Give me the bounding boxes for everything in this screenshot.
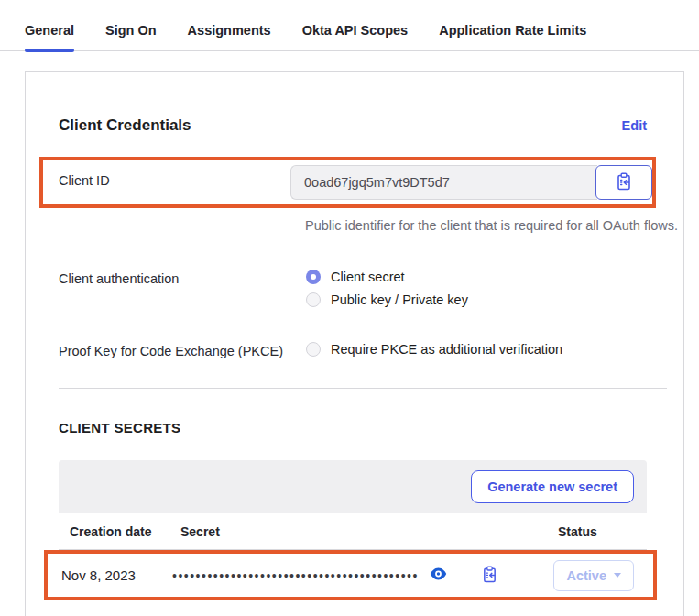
section-divider (59, 388, 667, 389)
masked-secret-value: ••••••••••••••••••••••••••••••••••••••••… (172, 568, 419, 583)
clipboard-copy-icon (616, 172, 632, 193)
client-authentication-label: Client authentication (59, 263, 306, 286)
table-row: Nov 8, 2023 ••••••••••••••••••••••••••••… (48, 554, 653, 597)
client-secrets-toolbar: Generate new secret (59, 460, 647, 513)
pkce-label: Proof Key for Code Exchange (PKCE) (59, 336, 306, 358)
client-authentication-row: Client authentication Client secret Publ… (59, 263, 647, 307)
eye-icon (430, 567, 447, 583)
column-header-creation-date: Creation date (70, 524, 180, 539)
tab-general[interactable]: General (25, 23, 74, 50)
copy-client-id-button[interactable] (595, 165, 652, 200)
radio-unselected-icon[interactable] (306, 292, 321, 307)
client-id-input-group (290, 165, 652, 200)
client-credentials-header: Client Credentials Edit (59, 116, 647, 135)
tab-okta-api-scopes[interactable]: Okta API Scopes (302, 23, 409, 50)
client-id-label: Client ID (59, 165, 290, 188)
edit-link[interactable]: Edit (622, 118, 647, 133)
copy-secret-button[interactable] (480, 564, 499, 588)
app-tab-bar: General Sign On Assignments Okta API Sco… (0, 0, 699, 51)
column-header-status: Status (558, 524, 647, 539)
general-settings-card: Client Credentials Edit Client ID (25, 72, 684, 616)
secrets-table-header: Creation date Secret Status (59, 513, 647, 550)
client-secrets-title: CLIENT SECRETS (59, 420, 647, 435)
secret-creation-date: Nov 8, 2023 (61, 567, 172, 583)
highlight-box-client-id: Client ID (39, 157, 656, 208)
radio-public-private-key-label: Public key / Private key (331, 292, 468, 307)
tab-assignments[interactable]: Assignments (188, 23, 271, 50)
status-dropdown[interactable]: Active (553, 560, 634, 591)
pkce-checkbox-icon[interactable] (306, 342, 321, 357)
column-header-secret: Secret (180, 524, 558, 539)
client-id-input[interactable] (290, 165, 597, 200)
radio-client-secret-label: Client secret (331, 270, 405, 284)
client-credentials-title: Client Credentials (59, 116, 191, 135)
client-id-row: Client ID (59, 165, 652, 200)
tab-sign-on[interactable]: Sign On (105, 23, 157, 50)
highlight-box-secret-row: Nov 8, 2023 ••••••••••••••••••••••••••••… (44, 550, 657, 600)
radio-client-secret[interactable]: Client secret (306, 270, 468, 284)
reveal-secret-button[interactable] (428, 566, 449, 585)
tab-application-rate-limits[interactable]: Application Rate Limits (439, 23, 586, 50)
status-label: Active (566, 568, 606, 583)
radio-public-private-key[interactable]: Public key / Private key (306, 292, 468, 307)
client-authentication-options: Client secret Public key / Private key (306, 263, 468, 307)
pkce-checkbox-label: Require PKCE as additional verification (331, 342, 562, 357)
pkce-checkbox-row[interactable]: Require PKCE as additional verification (306, 336, 562, 357)
radio-selected-icon[interactable] (306, 270, 321, 284)
secret-value-cell: ••••••••••••••••••••••••••••••••••••••••… (172, 560, 634, 591)
clipboard-copy-icon (482, 566, 497, 586)
generate-new-secret-button[interactable]: Generate new secret (471, 470, 634, 503)
client-id-help-text: Public identifier for the client that is… (305, 215, 694, 236)
chevron-down-icon (614, 573, 621, 578)
pkce-row: Proof Key for Code Exchange (PKCE) Requi… (59, 336, 647, 358)
